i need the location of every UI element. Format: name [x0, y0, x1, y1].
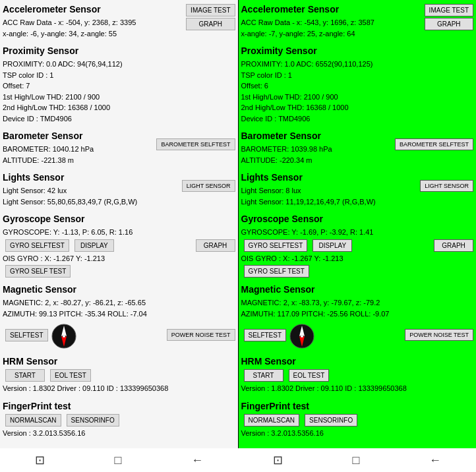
right-mag-title: Magnetic Sensor — [241, 283, 474, 296]
right-accel-line2: x-angle: -7, y-angle: 25, z-angle: 64 — [241, 28, 374, 40]
right-hrm-title: HRM Sensor — [241, 355, 474, 368]
right-fingerprint-section: FingerPrint test NORMALSCAN SENSORINFO V… — [241, 399, 474, 439]
right-baro-title: Barometer Sensor — [241, 129, 332, 142]
left-hrm-title: HRM Sensor — [3, 355, 235, 368]
right-fp-title: FingerPrint test — [241, 399, 474, 413]
left-baro-selftest-btn[interactable]: BAROMETER SELFTEST — [156, 138, 235, 150]
left-proximity-line5: 2nd High/Low THD: 16368 / 1000 — [3, 102, 235, 113]
right-proximity-line4: 1st High/Low THD: 2100 / 900 — [241, 92, 474, 103]
right-baro-selftest-btn[interactable]: BAROMETER SELFTEST — [395, 138, 473, 150]
left-accel-line1: ACC Raw Data - x: -504, y: 2368, z: 3395 — [3, 17, 136, 28]
right-mag-line1: MAGNETIC: 2, x: -83.73, y: -79.67, z: -7… — [241, 297, 474, 309]
left-gyro-display-btn[interactable]: DISPLAY — [74, 239, 114, 252]
left-lights-section: Lights Sensor Light Sensor: 42 lux Light… — [3, 171, 235, 207]
nav-back-icon[interactable]: ← — [191, 454, 203, 467]
right-gyro-line1: GYROSCOPE: Y: -1.69, P: -3.92, R: 1.41 — [241, 227, 474, 238]
right-hrm-start-btn[interactable]: START — [244, 369, 283, 382]
right-gyro-title: Gyroscope Sensor — [241, 212, 474, 225]
nav-back-icon-right[interactable]: ← — [429, 454, 441, 467]
left-fingerprint-section: FingerPrint test NORMALSCAN SENSORINFO V… — [3, 399, 235, 439]
right-magnetic-section: Magnetic Sensor MAGNETIC: 2, x: -83.73, … — [241, 283, 474, 349]
left-gyro-title: Gyroscope Sensor — [3, 212, 235, 225]
left-hrm-start-btn[interactable]: START — [5, 369, 45, 382]
left-baro-line2: ALTITUDE: -221.38 m — [3, 155, 94, 166]
right-hrm-eol-btn[interactable]: EOL TEST — [289, 369, 330, 382]
right-lights-section: Lights Sensor Light Sensor: 8 lux Light … — [241, 171, 474, 207]
right-lights-btn[interactable]: LIGHT SENSOR — [420, 180, 473, 192]
left-proximity-line4: 1st High/Low THD: 2100 / 900 — [3, 92, 235, 103]
left-mag-title: Magnetic Sensor — [3, 283, 235, 296]
right-accel-line1: ACC Raw Data - x: -543, y: 1696, z: 3587 — [241, 17, 374, 28]
right-proximity-line1: PROXIMITY: 1.0 ADC: 6552(90,110,125) — [241, 59, 474, 70]
right-baro-line1: BAROMETER: 1039.98 hPa — [241, 144, 332, 155]
right-gyro-ois: OIS GYRO : X: -1.267 Y: -1.213 — [241, 253, 474, 264]
left-accel-image-btn[interactable]: IMAGE TEST — [186, 4, 235, 16]
left-hrm-version: Version : 1.8302 Driver : 09.110 ID : 13… — [3, 383, 235, 394]
right-lights-title: Lights Sensor — [241, 171, 376, 184]
right-proximity-line2: TSP color ID : 1 — [241, 70, 474, 81]
right-fp-sensorinfo-btn[interactable]: SENSORINFO — [305, 414, 357, 427]
right-fp-version: Version : 3.2.013.5356.16 — [241, 428, 474, 439]
right-gyro-display-btn[interactable]: DISPLAY — [312, 239, 352, 252]
left-accel-graph-btn[interactable]: GRAPH — [186, 18, 235, 30]
navigation-bar: ⊡ □ ← ⊡ □ ← — [0, 448, 476, 472]
nav-home-icon-right[interactable]: □ — [353, 454, 360, 467]
left-gyro-selftest2-btn[interactable]: GYRO SELF TEST — [5, 265, 71, 278]
left-accel-title: Accelerometer Sensor — [3, 3, 136, 16]
left-proximity-line2: TSP color ID : 1 — [3, 70, 235, 81]
left-lights-line1: Light Sensor: 42 lux — [3, 185, 137, 196]
left-lights-title: Lights Sensor — [3, 171, 137, 184]
right-hrm-section: HRM Sensor START EOL TEST Version : 1.83… — [241, 355, 474, 394]
right-lights-line2: Light Sensor: 11,19,12,16,49,7 (R,G,B,W) — [241, 196, 376, 208]
left-proximity-title: Proximity Sensor — [3, 44, 235, 57]
right-mag-selftest-btn[interactable]: SELFTEST — [244, 329, 287, 341]
left-fp-sensorinfo-btn[interactable]: SENSORINFO — [67, 414, 119, 427]
svg-point-7 — [301, 335, 303, 338]
left-gyro-ois: OIS GYRO : X: -1.267 Y: -1.213 — [3, 253, 235, 264]
left-mag-line2: AZIMUTH: 99.13 PITCH: -35.34 ROLL: -7.04 — [3, 309, 235, 320]
left-fp-title: FingerPrint test — [3, 399, 235, 413]
right-gyro-graph-btn[interactable]: GRAPH — [434, 239, 473, 252]
left-hrm-eol-btn[interactable]: EOL TEST — [50, 369, 91, 382]
right-gyro-selftest-btn[interactable]: GYRO SELFTEST — [244, 239, 308, 252]
right-proximity-line6: Device ID : TMD4906 — [241, 113, 474, 125]
left-mag-power-btn[interactable]: POWER NOISE TEST — [167, 329, 235, 341]
left-fp-normalscan-btn[interactable]: NORMALSCAN — [5, 414, 61, 427]
right-lights-line1: Light Sensor: 8 lux — [241, 185, 376, 196]
left-proximity-line3: Offset: 7 — [3, 80, 235, 92]
right-gyro-selftest2-btn[interactable]: GYRO SELF TEST — [244, 265, 309, 278]
right-mag-line2: AZIMUTH: 117.09 PITCH: -25.56 ROLL: -9.0… — [241, 309, 474, 320]
left-accelerometer-section: Accelerometer Sensor ACC Raw Data - x: -… — [3, 3, 235, 39]
left-gyro-line1: GYROSCOPE: Y: -1.13, P: 6.05, R: 1.16 — [3, 227, 235, 238]
left-proximity-line6: Device ID : TMD4906 — [3, 113, 235, 125]
right-accel-title: Accelerometer Sensor — [241, 3, 374, 16]
right-compass-icon — [289, 323, 315, 349]
right-proximity-title: Proximity Sensor — [241, 44, 474, 57]
left-compass-icon — [51, 323, 77, 349]
right-mag-power-btn[interactable]: POWER NOISE TEST — [405, 329, 473, 341]
nav-home-icon[interactable]: □ — [115, 454, 122, 467]
left-proximity-section: Proximity Sensor PROXIMITY: 0.0 ADC: 94(… — [3, 44, 235, 124]
left-gyro-selftest-btn[interactable]: GYRO SELFTEST — [5, 239, 69, 252]
left-gyro-graph-btn[interactable]: GRAPH — [196, 239, 235, 252]
left-mag-line1: MAGNETIC: 2, x: -80.27, y: -86.21, z: -6… — [3, 297, 235, 309]
left-baro-title: Barometer Sensor — [3, 129, 94, 142]
left-proximity-line1: PROXIMITY: 0.0 ADC: 94(76,94,112) — [3, 59, 235, 70]
left-mag-selftest-btn[interactable]: SELFTEST — [5, 329, 48, 341]
right-panel: Accelerometer Sensor ACC Raw Data - x: -… — [239, 0, 477, 448]
right-fp-normalscan-btn[interactable]: NORMALSCAN — [244, 414, 300, 427]
svg-point-3 — [63, 335, 65, 338]
left-lights-btn[interactable]: LIGHT SENSOR — [182, 180, 235, 192]
left-barometer-section: Barometer Sensor BAROMETER: 1040.12 hPa … — [3, 129, 235, 165]
right-accel-graph-btn[interactable]: GRAPH — [425, 18, 473, 30]
right-proximity-line5: 2nd High/Low THD: 16368 / 1000 — [241, 102, 474, 113]
left-panel: Accelerometer Sensor ACC Raw Data - x: -… — [0, 0, 238, 448]
left-hrm-section: HRM Sensor START EOL TEST Version : 1.83… — [3, 355, 235, 394]
left-lights-line2: Light Sensor: 55,80,65,83,49,7 (R,G,B,W) — [3, 196, 137, 208]
nav-recent-icon[interactable]: ⊡ — [35, 453, 45, 467]
left-fp-version: Version : 3.2.013.5356.16 — [3, 428, 235, 439]
nav-recent-icon-right[interactable]: ⊡ — [273, 453, 283, 467]
right-hrm-version: Version : 1.8302 Driver : 09.110 ID : 13… — [241, 383, 474, 394]
right-accel-image-btn[interactable]: IMAGE TEST — [425, 4, 473, 16]
left-baro-line1: BAROMETER: 1040.12 hPa — [3, 144, 94, 155]
